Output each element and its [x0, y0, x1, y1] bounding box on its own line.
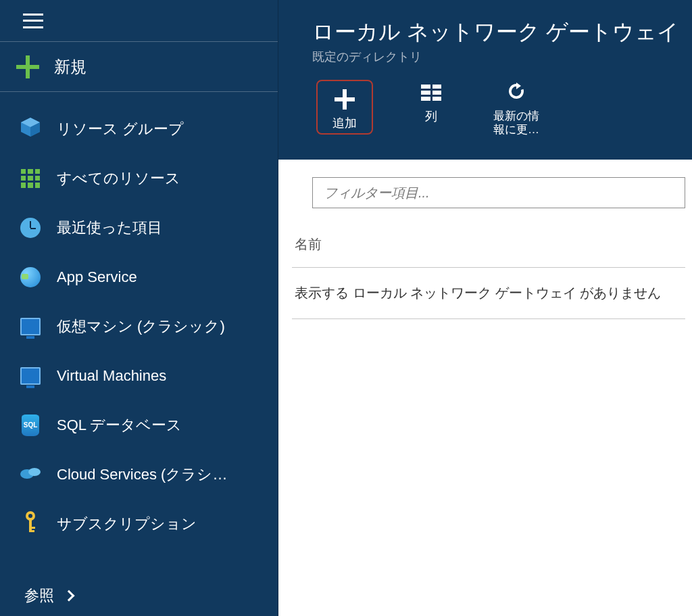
sidebar-item-cloud-services[interactable]: Cloud Services (クラシ… — [0, 450, 278, 499]
blade: ローカル ネットワーク ゲートウェイ 既定のディレクトリ 追加 列 最新の情報に… — [278, 0, 692, 616]
sidebar-item-label: Cloud Services (クラシ… — [57, 465, 227, 485]
grid-icon — [19, 167, 42, 190]
add-button[interactable]: 追加 — [316, 80, 373, 135]
columns-icon — [421, 85, 441, 101]
clock-icon — [19, 216, 42, 239]
sidebar-item-label: App Service — [57, 268, 137, 286]
sidebar-item-all-resources[interactable]: すべてのリソース — [0, 153, 278, 203]
sidebar-toggle-row — [0, 0, 278, 42]
sidebar-item-resource-groups[interactable]: リソース グループ — [0, 104, 278, 153]
sidebar-item-label: 最近使った項目 — [57, 218, 162, 238]
svg-rect-9 — [32, 530, 34, 532]
svg-rect-7 — [29, 520, 32, 532]
sidebar-item-recent[interactable]: 最近使った項目 — [0, 203, 278, 252]
columns-label: 列 — [425, 110, 437, 124]
refresh-label: 最新の情報に更… — [489, 110, 543, 136]
globe-icon — [19, 266, 42, 289]
column-header-name: 名前 — [292, 235, 685, 268]
refresh-icon — [506, 81, 526, 104]
sidebar-item-label: すべてのリソース — [57, 168, 180, 189]
sidebar-item-sql-databases[interactable]: SQL SQL データベース — [0, 400, 278, 450]
svg-rect-8 — [32, 527, 35, 529]
sidebar-items: リソース グループ すべてのリソース 最近使った項目 App Service 仮 — [0, 92, 278, 575]
sidebar-item-label: Virtual Machines — [57, 367, 166, 385]
new-label: 新規 — [54, 56, 86, 78]
sidebar: 新規 リソース グループ すべてのリソース 最近使った項目 — [0, 0, 278, 616]
sidebar-item-label: SQL データベース — [57, 415, 182, 435]
filter-input[interactable] — [312, 177, 685, 208]
refresh-button[interactable]: 最新の情報に更… — [489, 80, 543, 136]
chevron-right-icon — [64, 590, 75, 602]
sidebar-item-vm-classic[interactable]: 仮想マシン (クラシック) — [0, 302, 278, 351]
browse-button[interactable]: 参照 — [0, 575, 278, 616]
blade-header: ローカル ネットワーク ゲートウェイ 既定のディレクトリ 追加 列 最新の情報に… — [278, 0, 692, 160]
sidebar-item-label: リソース グループ — [57, 119, 184, 139]
cube-icon — [19, 118, 42, 141]
empty-state-message: 表示する ローカル ネットワーク ゲートウェイ がありません — [292, 268, 685, 319]
add-label: 追加 — [332, 116, 357, 131]
clouds-icon — [19, 463, 42, 486]
svg-point-4 — [28, 468, 41, 476]
sidebar-item-label: 仮想マシン (クラシック) — [57, 316, 225, 337]
monitor-icon — [19, 315, 42, 338]
key-icon — [19, 513, 42, 536]
svg-point-6 — [28, 514, 32, 518]
browse-label: 参照 — [24, 586, 54, 606]
blade-title: ローカル ネットワーク ゲートウェイ — [312, 19, 692, 45]
blade-subtitle: 既定のディレクトリ — [312, 49, 692, 65]
results-area: 名前 表示する ローカル ネットワーク ゲートウェイ がありません — [278, 212, 692, 319]
database-icon: SQL — [19, 414, 42, 437]
blade-toolbar: 追加 列 最新の情報に更… — [312, 80, 692, 136]
columns-button[interactable]: 列 — [404, 80, 458, 124]
sidebar-item-subscriptions[interactable]: サブスクリプション — [0, 499, 278, 548]
sidebar-item-label: サブスクリプション — [57, 514, 197, 534]
plus-icon — [335, 89, 355, 110]
sidebar-item-app-service[interactable]: App Service — [0, 252, 278, 302]
new-button[interactable]: 新規 — [0, 42, 278, 92]
hamburger-icon[interactable] — [23, 14, 43, 28]
monitor-icon — [19, 364, 42, 387]
filter-row — [312, 160, 692, 212]
sidebar-item-virtual-machines[interactable]: Virtual Machines — [0, 351, 278, 400]
plus-icon — [16, 55, 39, 78]
